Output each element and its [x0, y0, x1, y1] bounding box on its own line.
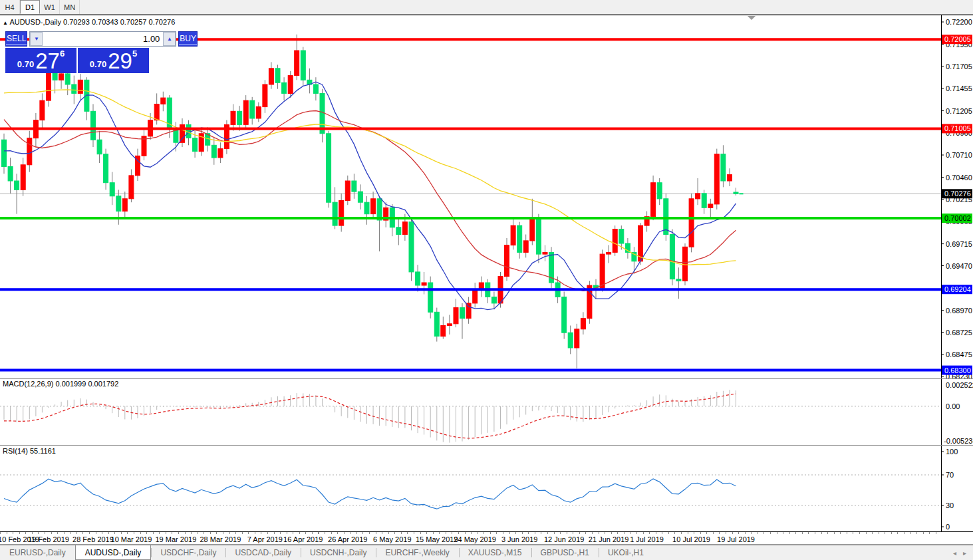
timeframe-toolbar: H4D1W1MN	[0, 0, 973, 15]
svg-text:0.68970: 0.68970	[946, 307, 972, 315]
chart-tab[interactable]: GBPUSD-,H1	[531, 545, 599, 560]
svg-text:70: 70	[946, 471, 954, 479]
svg-text:0.71455: 0.71455	[946, 84, 972, 92]
axis-price-badge: 0.68300	[942, 366, 972, 375]
chart-tab[interactable]: XAUUSD-,M15	[459, 545, 531, 560]
buy-price-box[interactable]: 0.70295	[78, 48, 149, 73]
chart-tab[interactable]: EURCHF-,Weekly	[376, 545, 458, 560]
chart-tab[interactable]: USDCNH-,Daily	[301, 545, 376, 560]
date-label: 28 Feb 2019	[72, 535, 114, 543]
timeframe-button-d1[interactable]: D1	[20, 0, 40, 14]
svg-text:0.69715: 0.69715	[946, 240, 972, 248]
buy-button[interactable]: BUY	[178, 31, 198, 47]
date-axis: 10 Feb 201919 Feb 201928 Feb 201910 Mar …	[0, 531, 973, 545]
chart-tab-bar: EURUSD-,DailyAUDUSD-,DailyUSDCHF-,DailyU…	[0, 544, 973, 560]
timeframe-button-w1[interactable]: W1	[40, 0, 60, 14]
svg-text:0.72200: 0.72200	[946, 18, 972, 26]
svg-text:0.72005: 0.72005	[944, 35, 971, 43]
svg-text:100: 100	[946, 448, 958, 456]
chart-tab[interactable]: UKOil-,H1	[599, 545, 653, 560]
date-label: 28 Mar 2019	[200, 535, 241, 543]
axis-price-badge: 0.72005	[942, 35, 972, 44]
volume-input[interactable]	[43, 32, 163, 46]
svg-text:0.68725: 0.68725	[946, 329, 972, 337]
svg-text:0.71205: 0.71205	[946, 107, 972, 115]
svg-text:0.00: 0.00	[946, 402, 960, 410]
tab-scroll-left-icon[interactable]: ◂	[953, 549, 956, 557]
date-label: 6 May 2019	[373, 535, 411, 543]
date-tick-marks	[0, 532, 941, 534]
axis-price-badge: 0.70276	[942, 189, 972, 198]
date-label: 19 Feb 2019	[28, 535, 69, 543]
macd-indicator-label: MACD(12,26,9) 0.001999 0.001792	[3, 380, 118, 388]
date-label: 19 Jul 2019	[717, 535, 755, 543]
date-label: 26 Apr 2019	[328, 535, 367, 543]
svg-text:0.68475: 0.68475	[946, 350, 972, 358]
svg-text:0.71005: 0.71005	[944, 124, 971, 132]
date-label: 24 May 2019	[454, 535, 496, 543]
svg-text:-0.005234: -0.005234	[944, 437, 973, 445]
chart-tab[interactable]: EURUSD-,Daily	[0, 545, 75, 560]
svg-text:0.70002: 0.70002	[944, 214, 971, 222]
timeframe-button-h4[interactable]: H4	[0, 0, 20, 14]
rsi-indicator-label: RSI(14) 55.1161	[3, 447, 56, 455]
axis-price-badge: 0.69204	[942, 285, 972, 294]
svg-text:0.70276: 0.70276	[944, 190, 971, 198]
svg-text:0.69204: 0.69204	[944, 285, 971, 293]
date-label: 15 May 2019	[416, 535, 458, 543]
svg-text:0.002522: 0.002522	[946, 381, 973, 389]
svg-text:0.70710: 0.70710	[946, 151, 972, 159]
chart-symbol-label: AUDUSD-,Daily	[9, 18, 61, 26]
chart-tab[interactable]: USDCAD-,Daily	[225, 545, 301, 560]
date-label: 19 Mar 2019	[155, 535, 196, 543]
date-label: 21 Jun 2019	[589, 535, 629, 543]
one-click-trade-panel: SELL ▼ ▲ BUY 0.70276 0.70295	[5, 31, 149, 73]
date-label: 16 Apr 2019	[283, 535, 323, 543]
svg-text:0.70460: 0.70460	[946, 174, 972, 182]
date-label: 12 Jun 2019	[544, 535, 585, 543]
collapse-triangle-icon[interactable]: ▲	[3, 20, 8, 26]
date-label: 7 Apr 2019	[247, 535, 283, 543]
volume-spinner: ▼ ▲	[29, 31, 176, 47]
chart-title: ▲ AUDUSD-,Daily 0.70293 0.70343 0.70257 …	[3, 18, 175, 26]
tab-scroll-right-icon[interactable]: ▸	[963, 549, 966, 557]
chart-ohlc-values: 0.70293 0.70343 0.70257 0.70276	[63, 18, 175, 26]
date-label: 10 Mar 2019	[111, 535, 152, 543]
chart-area[interactable]: ▲ AUDUSD-,Daily 0.70293 0.70343 0.70257 …	[0, 15, 973, 544]
timeframe-button-mn[interactable]: MN	[60, 0, 80, 14]
svg-text:0: 0	[946, 523, 950, 531]
axis-price-badge: 0.70002	[942, 213, 972, 223]
chart-tab[interactable]: AUDUSD-,Daily	[75, 545, 152, 560]
sell-button[interactable]: SELL	[5, 31, 27, 47]
axis-price-badge: 0.71005	[942, 124, 972, 133]
date-label: 10 Jul 2019	[672, 535, 710, 543]
volume-increase-icon[interactable]: ▲	[163, 32, 176, 46]
svg-text:0.68300: 0.68300	[944, 366, 971, 374]
svg-text:0.71705: 0.71705	[946, 63, 972, 70]
svg-text:30: 30	[946, 501, 954, 509]
tab-scroll-arrows: ◂ ▸	[953, 545, 973, 560]
date-label: 3 Jun 2019	[501, 535, 537, 543]
chart-tab[interactable]: USDCHF-,Daily	[151, 545, 225, 560]
date-label: 1 Jul 2019	[630, 535, 664, 543]
svg-text:0.69470: 0.69470	[946, 262, 972, 270]
volume-decrease-icon[interactable]: ▼	[30, 32, 43, 46]
sell-price-box[interactable]: 0.70276	[5, 48, 76, 73]
